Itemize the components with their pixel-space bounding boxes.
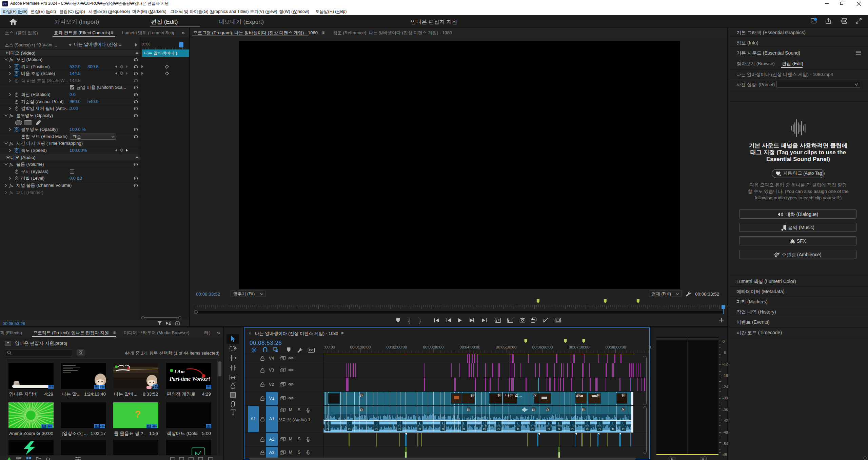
svg-text:fx: fx [582,408,585,411]
svg-text:fx: fx [360,394,363,397]
svg-text:fx: fx [534,394,536,397]
svg-text:fx: fx [597,394,600,397]
svg-text:fx: fx [577,394,580,397]
svg-text:fx: fx [471,394,474,397]
svg-text:fx: fx [622,394,625,397]
svg-text:fx: fx [360,408,363,411]
svg-text:fx: fx [467,408,470,411]
svg-text:fx: fx [532,408,535,411]
svg-text:I Am: I Am [174,369,185,374]
svg-text:fx: fx [547,408,549,411]
svg-text:fx: fx [498,394,501,397]
